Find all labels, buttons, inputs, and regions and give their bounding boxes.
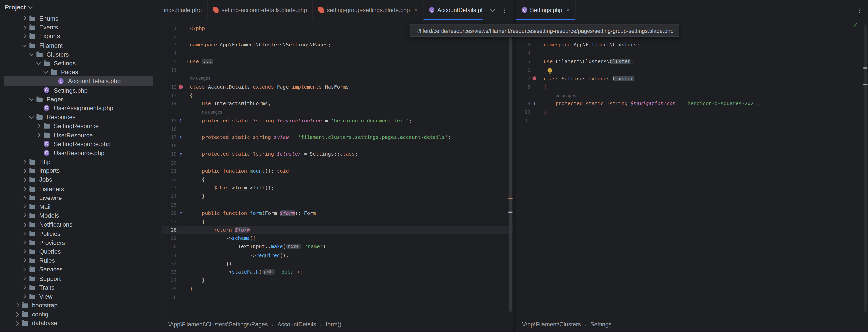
breadcrumb-item[interactable]: Settings (590, 321, 612, 327)
breadcrumb-item[interactable]: \App\Filament\Clusters (522, 321, 581, 327)
code-line[interactable]: 36 (162, 293, 513, 301)
chevron-right-icon[interactable] (21, 24, 28, 31)
chevron-right-icon[interactable] (21, 283, 28, 291)
tree-item-filament[interactable]: Filament (0, 41, 162, 50)
tree-item-models[interactable]: Models (0, 211, 162, 220)
tree-item-imports[interactable]: Imports (0, 166, 162, 175)
tree-item-settings-php[interactable]: CSettings.php (0, 86, 162, 94)
code-line[interactable]: 13{ (162, 91, 513, 99)
tree-item-clusters[interactable]: Clusters (0, 50, 162, 59)
tree-item-rules[interactable]: Rules (0, 256, 162, 265)
tree-item-resources[interactable]: Resources (0, 112, 162, 121)
tree-item-bootstrap[interactable]: bootstrap (0, 301, 162, 310)
code-line[interactable]: 10} (516, 108, 868, 116)
breadcrumb-item[interactable]: form() (326, 321, 341, 327)
chevron-right-icon[interactable] (21, 167, 28, 175)
tree-item-support[interactable]: Support (0, 274, 162, 283)
code-line[interactable]: 5use ... (162, 58, 513, 66)
close-icon[interactable]: × (567, 7, 570, 13)
tree-item-userresource[interactable]: UserResource (0, 130, 162, 140)
chevron-down-icon[interactable] (35, 60, 42, 67)
code-line[interactable]: 29 ->schema([ (162, 234, 513, 242)
chevron-right-icon[interactable] (21, 257, 28, 264)
override-gutter-icon[interactable]: ↑ (179, 152, 182, 157)
code-line[interactable]: 18 (162, 142, 513, 150)
tree-item-config[interactable]: config (0, 310, 162, 319)
tree-item-pages[interactable]: Pages (0, 68, 162, 77)
code-line[interactable]: 14 use InteractsWithForms; (162, 99, 513, 108)
code-line[interactable]: 33 ->statePath(path: 'data'); (162, 268, 513, 276)
editor-tab[interactable]: ings.blade.php (162, 0, 208, 20)
chevron-down-icon[interactable] (21, 42, 28, 49)
tree-item-policies[interactable]: Policies (0, 229, 162, 238)
chevron-right-icon[interactable] (21, 185, 28, 192)
override-gutter-icon[interactable]: ↑ (179, 211, 182, 216)
tree-item-queries[interactable]: Queries (0, 247, 162, 256)
chevron-right-icon[interactable] (13, 311, 21, 318)
tree-item-settingresource[interactable]: SettingResource (0, 121, 162, 130)
code-line[interactable]: 25 (162, 201, 513, 209)
class-gutter-icon[interactable] (179, 85, 183, 89)
code-line[interactable]: 30 TextInput::make(name: 'name') (162, 242, 513, 251)
code-line[interactable]: 12class AccountDetails extends Page impl… (162, 83, 513, 91)
tree-item-providers[interactable]: Providers (0, 238, 162, 247)
chevron-right-icon[interactable] (21, 275, 28, 282)
tree-item-services[interactable]: Services (0, 265, 162, 274)
tree-item-exports[interactable]: Exports (0, 32, 162, 41)
fold-marker-icon[interactable] (185, 59, 190, 64)
code-line[interactable]: 28 return $form (162, 226, 513, 234)
chevron-right-icon[interactable] (21, 194, 28, 201)
code-line[interactable]: 19↑ protected static ?string $cluster = … (162, 150, 513, 158)
chevron-down-icon[interactable] (42, 68, 49, 76)
code-line[interactable]: 22 { (162, 175, 513, 184)
chevron-right-icon[interactable] (21, 212, 28, 219)
code-line[interactable]: 32 ]) (162, 259, 513, 268)
chevron-down-icon[interactable] (28, 51, 35, 58)
code-line[interactable]: 15↑ protected static ?string $navigation… (162, 116, 513, 125)
tree-item-http[interactable]: Http (0, 157, 162, 166)
chevron-right-icon[interactable] (21, 239, 28, 246)
tree-item-mail[interactable]: Mail (0, 202, 162, 211)
code-line[interactable]: no usages (516, 91, 868, 99)
tree-item-livewire[interactable]: Livewire (0, 193, 162, 202)
chevron-right-icon[interactable] (21, 293, 28, 300)
editor-tab[interactable]: CAccountDetails.php× (423, 0, 483, 20)
tree-item-traits[interactable]: Traits (0, 283, 162, 292)
code-line[interactable]: 6 (516, 66, 868, 74)
pane-splitter[interactable] (513, 0, 516, 332)
tree-item-enums[interactable]: Enums (0, 14, 162, 23)
more-options-icon[interactable]: ⋮ (501, 7, 508, 13)
breadcrumb-item[interactable]: AccountDetails (278, 321, 316, 327)
chevron-right-icon[interactable] (13, 320, 21, 327)
tree-item-jobs[interactable]: Jobs (0, 175, 162, 184)
chevron-right-icon[interactable] (21, 230, 28, 237)
chevron-right-icon[interactable] (21, 203, 28, 210)
breadcrumb-item[interactable]: \App\Filament\Clusters\Settings\Pages (168, 321, 268, 327)
right-editor[interactable]: ✓ 1<?php23namespace App\Filament\Cluster… (516, 20, 868, 316)
code-line[interactable]: 34 } (162, 276, 513, 284)
editor-tab[interactable]: setting-group-settings.blade.php× (313, 0, 423, 20)
code-line[interactable]: 27 { (162, 217, 513, 226)
code-line[interactable]: 16 (162, 125, 513, 133)
tree-item-settingresource-php[interactable]: CSettingResource.php (0, 140, 162, 148)
code-line[interactable]: 21 public function mount(): void (162, 167, 513, 175)
tree-item-listeners[interactable]: Listeners (0, 184, 162, 193)
chevron-right-icon[interactable] (13, 302, 21, 309)
chevron-right-icon[interactable] (21, 14, 28, 22)
project-panel-header[interactable]: Project (0, 0, 162, 14)
intention-bulb-icon[interactable] (548, 68, 552, 72)
code-line[interactable]: 11 (516, 116, 868, 125)
class-gutter-icon[interactable] (532, 77, 537, 81)
chevron-right-icon[interactable] (21, 248, 28, 255)
chevron-down-icon[interactable] (28, 95, 35, 103)
tree-item-accountdetails-php[interactable]: CAccountDetails.php (0, 77, 162, 86)
more-options-icon[interactable]: ⋮ (856, 7, 863, 13)
hidden-tabs-chevron-icon[interactable] (489, 6, 496, 13)
chevron-down-icon[interactable] (28, 113, 35, 121)
chevron-down-icon[interactable] (27, 3, 34, 10)
chevron-right-icon[interactable] (21, 176, 28, 183)
chevron-right-icon[interactable] (21, 158, 28, 165)
code-line[interactable]: 4 (162, 49, 513, 58)
code-line[interactable]: 20 (162, 158, 513, 167)
left-scrollbar-thumb[interactable] (509, 24, 512, 311)
